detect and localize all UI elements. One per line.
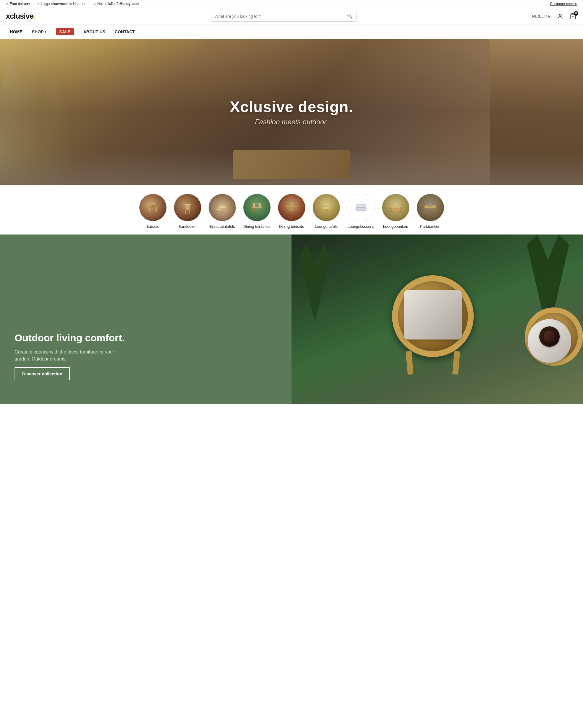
header-right: NL (EUR €) 0 <box>532 12 577 20</box>
category-circle-bijzet <box>209 194 236 222</box>
svg-rect-22 <box>254 208 255 211</box>
hero-title: Xclusive design. <box>230 98 353 115</box>
customer-service-link[interactable]: Customer service <box>550 2 577 6</box>
svg-rect-20 <box>252 208 253 212</box>
svg-rect-49 <box>425 208 426 213</box>
category-label-loungekussens: Loungekussens <box>348 224 374 229</box>
rattan-scene <box>292 234 583 404</box>
svg-rect-47 <box>424 207 436 209</box>
cart-icon[interactable]: 0 <box>569 12 577 20</box>
logo-text: clusive <box>10 12 33 21</box>
svg-rect-30 <box>286 207 288 210</box>
category-label-barsets: Barsets <box>146 224 159 229</box>
svg-rect-13 <box>184 204 191 206</box>
currency-selector[interactable]: NL (EUR €) <box>532 14 552 18</box>
logo-dot: . <box>33 12 35 21</box>
svg-rect-21 <box>260 208 261 212</box>
rattan-cushion <box>404 290 462 339</box>
svg-rect-19 <box>252 207 262 209</box>
svg-point-14 <box>218 206 226 208</box>
svg-rect-24 <box>253 203 255 207</box>
svg-rect-51 <box>429 203 430 207</box>
svg-point-0 <box>559 14 561 16</box>
category-circle-barstoelen <box>174 194 201 222</box>
rattan-chair <box>389 275 477 374</box>
category-lounge-tafels[interactable]: Lounge tafels <box>309 194 344 229</box>
category-parkbanken[interactable]: Parkbanken <box>413 194 448 229</box>
svg-rect-50 <box>434 208 436 213</box>
side-table <box>528 319 571 363</box>
svg-rect-46 <box>400 207 402 211</box>
svg-point-17 <box>216 209 221 210</box>
svg-rect-18 <box>218 210 219 213</box>
category-barstoelen[interactable]: Barstoelen <box>170 194 205 229</box>
discover-collection-button[interactable]: Discover collection <box>15 367 70 380</box>
chair-leg-left <box>406 351 414 374</box>
promo-left: Outdoor living comfort. Create elegance … <box>0 234 292 404</box>
category-circle-loungebanken <box>382 194 410 222</box>
svg-rect-31 <box>296 207 297 210</box>
nav-contact[interactable]: CONTACT <box>110 26 139 37</box>
category-dining-tuinsets[interactable]: Dining tuinsets <box>274 194 309 229</box>
nav-sale[interactable]: SALE <box>52 25 78 39</box>
header: xclusive. 🔍 NL (EUR €) 0 <box>0 8 583 25</box>
nav-shop[interactable]: SHOP ▾ <box>28 26 50 37</box>
category-label-dining-tuinsets: Dining tuinsets <box>279 224 304 229</box>
svg-point-8 <box>152 203 155 205</box>
svg-rect-15 <box>222 208 223 212</box>
svg-rect-29 <box>295 206 297 207</box>
nav-about[interactable]: ABOUT US <box>79 26 110 37</box>
svg-point-16 <box>220 212 225 213</box>
category-circle-lounge-tafels <box>312 194 340 222</box>
search-bar[interactable]: 🔍 <box>211 11 357 22</box>
svg-rect-9 <box>185 210 186 214</box>
sale-badge: SALE <box>56 28 74 35</box>
category-label-lounge-tafels: Lounge tafels <box>315 224 338 229</box>
promo-heading: Outdoor living comfort. <box>15 332 277 344</box>
category-label-loungebanken: Loungebanken <box>383 224 408 229</box>
category-circle-dining-tuinsets <box>278 194 305 222</box>
plate-inner <box>544 331 555 342</box>
svg-rect-33 <box>325 209 327 213</box>
check-icon: ✓ <box>6 2 8 6</box>
category-bijzet[interactable]: Bijzet tuintafels <box>205 194 240 229</box>
svg-point-4 <box>148 207 158 209</box>
svg-rect-10 <box>189 210 190 214</box>
announcement-items: ✓ Free delivery ✓ Large showroom in Naar… <box>6 2 140 6</box>
svg-rect-39 <box>356 205 366 208</box>
promo-right <box>292 234 583 404</box>
category-circle-parkbanken <box>417 194 444 222</box>
announcement-free-delivery: ✓ Free delivery <box>6 2 30 6</box>
category-dining-tafels[interactable]: Dining tuintafels <box>240 194 274 229</box>
svg-rect-23 <box>258 208 259 211</box>
category-circle-barsets <box>139 194 167 222</box>
announcement-bar: ✓ Free delivery ✓ Large showroom in Naar… <box>0 0 583 8</box>
svg-point-35 <box>323 207 329 209</box>
svg-rect-12 <box>186 205 190 210</box>
category-barsets[interactable]: Barsets <box>136 194 170 229</box>
categories-section: Barsets Barstoelen <box>0 185 583 234</box>
category-circle-loungekussens <box>347 194 375 222</box>
search-input[interactable] <box>215 14 344 19</box>
main-nav: HOME SHOP ▾ SALE ABOUT US CONTACT <box>0 25 583 39</box>
promo-section: Outdoor living comfort. Create elegance … <box>0 234 583 404</box>
chevron-down-icon: ▾ <box>45 30 46 33</box>
search-icon[interactable]: 🔍 <box>347 14 353 19</box>
svg-rect-42 <box>390 206 401 208</box>
category-loungekussens[interactable]: Loungekussens <box>344 194 378 229</box>
logo[interactable]: xclusive. <box>6 12 35 21</box>
nav-home[interactable]: HOME <box>6 26 27 37</box>
category-label-parkbanken: Parkbanken <box>420 224 440 229</box>
hero-content: Xclusive design. Fashion meets outdoor. <box>230 98 353 126</box>
check-icon-2: ✓ <box>37 2 40 6</box>
svg-rect-48 <box>424 205 436 207</box>
svg-rect-44 <box>399 211 401 213</box>
svg-rect-45 <box>389 207 391 211</box>
cart-badge: 0 <box>574 11 578 16</box>
user-icon[interactable] <box>556 12 564 20</box>
announcement-text-3: Not satisfied? Money back <box>98 2 140 6</box>
svg-rect-5 <box>151 204 152 208</box>
svg-rect-52 <box>431 203 432 207</box>
category-circle-dining-tafels <box>243 194 271 222</box>
category-loungebanken[interactable]: Loungebanken <box>378 194 413 229</box>
